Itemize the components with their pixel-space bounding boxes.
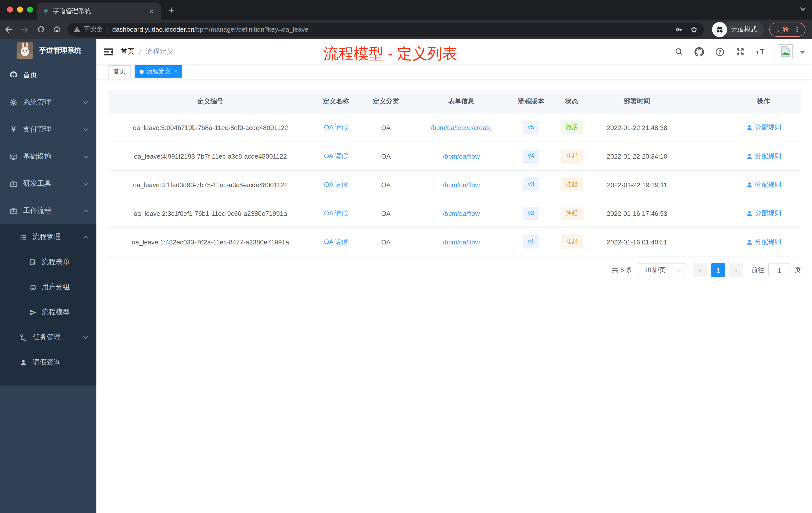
- search-icon[interactable]: [674, 47, 684, 56]
- reload-button[interactable]: [33, 22, 48, 37]
- form-link[interactable]: /bpm/oa/flow: [443, 181, 480, 188]
- sidebar-item-process-management[interactable]: 流程管理: [0, 224, 96, 249]
- sidebar-item-label: 请假查询: [33, 358, 88, 367]
- definition-id: oa_leave:3:1fad3d93-7b75-11ec-a3c8-acde4…: [109, 181, 312, 188]
- tags-view-bar: 首页 流程定义 ×: [96, 64, 812, 79]
- user-icon: [19, 359, 28, 366]
- definition-name-link[interactable]: OA 请假: [324, 238, 348, 245]
- assign-rule-button[interactable]: 分配规则: [746, 180, 781, 189]
- prev-page-button[interactable]: ‹: [693, 263, 707, 277]
- chevron-down-icon: [83, 336, 88, 339]
- app-logo[interactable]: 芋道管理系统: [0, 39, 96, 62]
- breadcrumb-home[interactable]: 首页: [120, 47, 135, 56]
- tab-close-icon[interactable]: ×: [147, 7, 156, 15]
- fullscreen-icon[interactable]: [736, 47, 745, 56]
- breadcrumb-current: 流程定义: [146, 47, 174, 56]
- svg-text:T: T: [760, 48, 764, 56]
- font-size-icon[interactable]: TT: [756, 47, 767, 56]
- navbar-actions: ? TT: [674, 44, 812, 59]
- user-avatar[interactable]: [778, 44, 793, 59]
- column-header: 定义分类: [359, 97, 412, 106]
- list-icon: [19, 233, 28, 241]
- back-button[interactable]: [1, 22, 16, 37]
- sidebar-item-label: 支付管理: [23, 125, 83, 134]
- form-link[interactable]: /bpm/oa/leave/create: [431, 124, 492, 131]
- form-icon: [29, 259, 37, 266]
- sidebar-item-home[interactable]: 首页: [0, 62, 96, 89]
- tree-icon: [19, 334, 28, 341]
- status-badge: 挂起: [561, 178, 583, 191]
- help-icon[interactable]: ?: [715, 47, 725, 57]
- top-navbar: 首页 / 流程定义 流程模型 - 定义列表 ?: [96, 39, 812, 64]
- password-key-icon[interactable]: [675, 25, 683, 33]
- window-maximize-button[interactable]: [27, 6, 33, 12]
- window-close-button[interactable]: [7, 6, 13, 12]
- form-link[interactable]: /bpm/oa/flow: [443, 152, 480, 160]
- app-window: 芋道管理系统 首页 系统管理 ¥ 支付管理: [0, 39, 812, 513]
- status-badge: 激活: [561, 121, 583, 134]
- address-bar[interactable]: 不安全 dashboard.yudao.iocoder.cn/bpm/manag…: [67, 22, 704, 36]
- update-label[interactable]: 更新: [776, 25, 789, 34]
- definition-name-link[interactable]: OA 请假: [324, 123, 348, 131]
- github-icon[interactable]: [695, 47, 704, 57]
- chevron-down-icon[interactable]: [800, 51, 805, 56]
- browser-menu-icon[interactable]: ⋮: [793, 25, 801, 34]
- column-header: 表单信息: [412, 97, 510, 106]
- tag-home[interactable]: 首页: [109, 65, 130, 78]
- page-size-value: 10条/页: [644, 266, 677, 274]
- tab-search-icon[interactable]: [800, 7, 806, 11]
- tag-close-icon[interactable]: ×: [174, 69, 177, 74]
- chevron-down-icon: [83, 128, 88, 131]
- column-header: 定义名称: [312, 97, 359, 106]
- new-tab-button[interactable]: +: [165, 3, 179, 18]
- definition-id: oa_leave:5:004b710b-7b8a-11ec-8ef0-acde4…: [109, 124, 312, 131]
- next-page-button[interactable]: ›: [729, 263, 743, 277]
- sidebar-item-label: 任务管理: [33, 333, 83, 342]
- sidebar-item-label: 流程管理: [33, 233, 83, 241]
- sidebar-item-dev-tools[interactable]: 研发工具: [0, 170, 96, 197]
- assign-rule-button[interactable]: 分配规则: [746, 123, 781, 132]
- assign-rule-button[interactable]: 分配规则: [746, 237, 781, 246]
- definition-category: OA: [359, 210, 412, 217]
- sidebar-item-process-model[interactable]: 流程模型: [0, 300, 96, 325]
- forward-button[interactable]: [17, 22, 32, 37]
- sidebar-item-leave-query[interactable]: 请假查询: [0, 350, 96, 375]
- form-link[interactable]: /bpm/oa/flow: [443, 238, 480, 246]
- bookmark-star-icon[interactable]: [690, 25, 698, 33]
- sidebar-item-workflow[interactable]: 工作流程: [0, 197, 96, 224]
- deploy-time: 2022-01-16 01:40:51: [591, 238, 683, 246]
- svg-text:T: T: [756, 50, 759, 55]
- assign-rule-button[interactable]: 分配规则: [746, 209, 781, 218]
- sidebar-item-user-group[interactable]: 用户分组: [0, 275, 96, 300]
- browser-tab[interactable]: 芋道管理系统 ×: [37, 2, 161, 20]
- window-controls: [7, 6, 33, 12]
- definition-category: OA: [359, 124, 412, 131]
- goto-page-input[interactable]: [768, 263, 790, 277]
- page-size-select[interactable]: 10条/页: [638, 263, 686, 277]
- tag-process-definition[interactable]: 流程定义 ×: [135, 65, 182, 78]
- browser-update-button[interactable]: 更新 ⋮: [769, 22, 806, 36]
- yen-icon: ¥: [9, 125, 18, 133]
- sidebar-fold-icon[interactable]: [96, 39, 120, 64]
- sidebar-item-task-management[interactable]: 任务管理: [0, 325, 96, 350]
- toolbox-icon: [9, 207, 18, 215]
- page-number-button[interactable]: 1: [711, 263, 725, 277]
- window-minimize-button[interactable]: [17, 6, 23, 12]
- assign-rule-button[interactable]: 分配规则: [746, 152, 781, 161]
- sidebar-item-system[interactable]: 系统管理: [0, 89, 96, 116]
- sidebar-item-payment[interactable]: ¥ 支付管理: [0, 116, 96, 143]
- favicon-icon: [42, 7, 49, 14]
- sidebar-item-infrastructure[interactable]: 基础设施: [0, 143, 96, 170]
- tab-title: 芋道管理系统: [53, 7, 147, 15]
- column-header: 定义编号: [109, 97, 312, 106]
- definition-name-link[interactable]: OA 请假: [324, 209, 348, 217]
- sidebar-item-process-form[interactable]: 流程表单: [0, 249, 96, 275]
- security-label[interactable]: 不安全: [84, 25, 103, 34]
- deploy-time: 2022-01-16 17:46:53: [591, 210, 683, 217]
- definition-name-link[interactable]: OA 请假: [324, 181, 348, 188]
- chevron-up-icon: [83, 209, 88, 213]
- column-header: 部署时间: [591, 97, 683, 106]
- form-link[interactable]: /bpm/oa/flow: [443, 210, 480, 217]
- home-button[interactable]: [49, 22, 64, 37]
- definition-name-link[interactable]: OA 请假: [324, 152, 348, 160]
